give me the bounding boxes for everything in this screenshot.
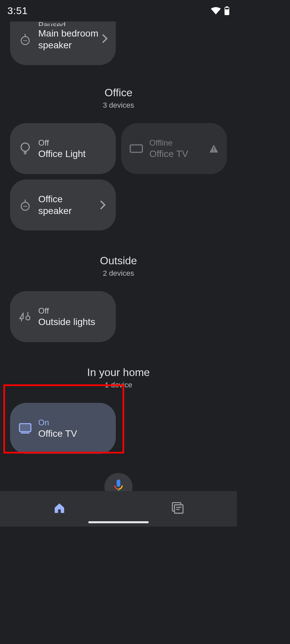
device-card-outside-lights[interactable]: Off Outside lights [10,291,116,342]
speaker-icon [17,199,33,211]
room-subtitle: 1 device [10,381,227,389]
svg-point-17 [25,206,26,207]
device-card-office-tv-offline[interactable]: Offline Office TV [121,123,227,174]
speaker-icon [17,33,33,45]
device-status: Off [38,138,108,148]
device-name: Office TV [38,428,108,439]
device-name: Outside lights [38,316,108,328]
device-card-office-speaker[interactable]: Office speaker [10,179,116,230]
svg-rect-22 [19,424,31,432]
device-name: Main bedroom speaker [38,28,102,51]
device-name: Office TV [149,148,209,160]
svg-rect-11 [130,145,142,152]
room-header-in-your-home: In your home 1 device [10,366,227,389]
svg-rect-24 [117,479,120,487]
device-card-office-light[interactable]: Off Office Light [10,123,116,174]
svg-point-18 [26,206,27,207]
scroll-content[interactable]: Paused Main bedroom speaker Office 3 dev… [0,21,237,527]
room-title: In your home [10,366,227,379]
svg-point-8 [21,143,29,151]
svg-rect-2 [225,8,229,9]
warning-icon [209,144,219,153]
device-status: Offline [149,138,209,148]
svg-point-16 [23,206,25,207]
room-header-office: Office 3 devices [10,87,227,110]
svg-point-7 [26,40,27,41]
lamp-icon [17,310,33,323]
device-name: Office speaker [38,193,98,217]
gesture-nav-indicator [88,521,149,523]
svg-point-6 [25,40,26,41]
device-status: On [38,417,108,428]
svg-point-20 [26,316,30,320]
status-clock: 3:51 [7,5,28,16]
bulb-icon [17,142,33,155]
feed-icon [172,502,184,516]
room-title: Office [10,87,227,99]
device-status: Paused [38,21,65,26]
chevron-right-icon [102,34,108,45]
status-bar: 3:51 [0,0,237,21]
tv-icon [129,144,144,154]
room-subtitle: 2 devices [10,269,227,278]
device-name: Office Light [38,148,108,160]
svg-rect-12 [213,148,214,150]
svg-rect-13 [213,151,214,151]
svg-point-5 [23,40,25,41]
home-icon [53,502,65,515]
room-subtitle: 3 devices [10,101,227,110]
wifi-icon [211,7,221,14]
room-title: Outside [10,255,227,267]
device-card-main-bedroom-speaker[interactable]: Paused Main bedroom speaker [10,21,116,65]
chevron-right-icon [98,200,108,210]
device-card-office-tv-on[interactable]: On Office TV [10,403,116,454]
battery-icon [224,6,230,15]
tv-icon [17,423,33,434]
room-header-outside: Outside 2 devices [10,255,227,278]
device-status: Off [38,306,108,316]
svg-rect-1 [226,6,228,8]
